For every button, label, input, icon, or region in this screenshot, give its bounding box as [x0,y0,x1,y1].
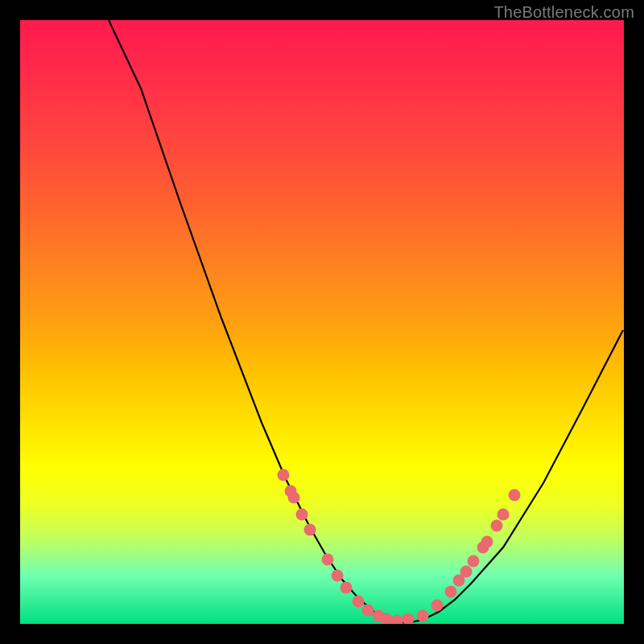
data-point-dot [402,613,415,625]
data-point-dot [431,600,444,612]
data-point-dot [278,469,290,481]
bottleneck-curve [20,20,624,624]
data-point-dot [468,555,480,568]
data-point-dot [341,582,353,594]
data-point-dot [304,524,316,536]
data-point-dot [362,605,374,617]
data-point-dot [445,586,457,598]
data-point-dot [417,610,429,622]
data-point-dot [481,536,493,548]
data-point-dot [391,615,403,625]
data-point-dot [322,554,334,566]
data-point-dot [288,492,300,504]
data-point-dot [460,566,473,578]
watermark-text: TheBottleneck.com [493,3,634,22]
plot-area [20,20,624,624]
data-point-dot [491,520,503,532]
chart-frame: TheBottleneck.com [0,0,644,644]
data-point-dot [332,570,344,582]
data-point-dot [296,509,308,521]
data-point-dot [509,489,521,502]
data-point-dot [353,596,365,608]
data-point-dot [497,509,510,521]
